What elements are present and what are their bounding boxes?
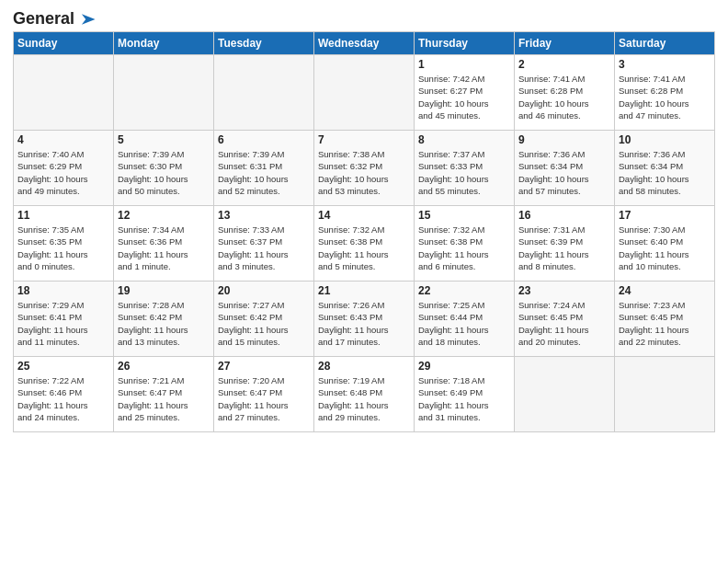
logo: General: [13, 9, 97, 26]
day-info: Sunrise: 7:32 AM Sunset: 6:38 PM Dayligh…: [318, 224, 410, 272]
weekday-header: Sunday: [14, 32, 114, 55]
day-info: Sunrise: 7:34 AM Sunset: 6:36 PM Dayligh…: [118, 224, 210, 272]
weekday-header: Wednesday: [314, 32, 415, 55]
day-info: Sunrise: 7:33 AM Sunset: 6:37 PM Dayligh…: [218, 224, 310, 272]
day-number: 1: [418, 58, 510, 71]
day-number: 24: [619, 284, 711, 297]
calendar-cell: 20Sunrise: 7:27 AM Sunset: 6:42 PM Dayli…: [214, 282, 314, 357]
day-number: 16: [518, 209, 610, 222]
day-number: 13: [218, 209, 310, 222]
day-number: 26: [118, 360, 210, 373]
calendar-week-row: 25Sunrise: 7:22 AM Sunset: 6:46 PM Dayli…: [14, 357, 715, 432]
svg-marker-0: [82, 14, 96, 25]
day-number: 12: [118, 209, 210, 222]
day-number: 19: [118, 284, 210, 297]
calendar-cell: 26Sunrise: 7:21 AM Sunset: 6:47 PM Dayli…: [114, 357, 214, 432]
calendar-cell: 15Sunrise: 7:32 AM Sunset: 6:38 PM Dayli…: [415, 206, 515, 282]
calendar-cell: 12Sunrise: 7:34 AM Sunset: 6:36 PM Dayli…: [114, 206, 214, 282]
day-number: 4: [17, 133, 109, 146]
calendar-cell: 24Sunrise: 7:23 AM Sunset: 6:45 PM Dayli…: [615, 282, 715, 357]
day-info: Sunrise: 7:35 AM Sunset: 6:35 PM Dayligh…: [17, 224, 109, 272]
day-info: Sunrise: 7:25 AM Sunset: 6:44 PM Dayligh…: [418, 299, 510, 348]
day-number: 27: [218, 360, 310, 373]
day-number: 2: [518, 58, 610, 71]
day-number: 25: [17, 360, 109, 373]
day-info: Sunrise: 7:31 AM Sunset: 6:39 PM Dayligh…: [518, 224, 610, 272]
weekday-header: Monday: [114, 32, 214, 55]
calendar-cell: [14, 55, 114, 131]
day-info: Sunrise: 7:19 AM Sunset: 6:48 PM Dayligh…: [318, 374, 410, 423]
calendar-cell: 22Sunrise: 7:25 AM Sunset: 6:44 PM Dayli…: [415, 282, 515, 357]
header-row: General: [13, 9, 715, 26]
calendar-week-row: 18Sunrise: 7:29 AM Sunset: 6:41 PM Dayli…: [14, 282, 715, 357]
day-info: Sunrise: 7:32 AM Sunset: 6:38 PM Dayligh…: [418, 224, 510, 272]
calendar-cell: 25Sunrise: 7:22 AM Sunset: 6:46 PM Dayli…: [14, 357, 114, 432]
day-info: Sunrise: 7:24 AM Sunset: 6:45 PM Dayligh…: [518, 299, 610, 348]
day-info: Sunrise: 7:28 AM Sunset: 6:42 PM Dayligh…: [118, 299, 210, 348]
day-number: 3: [619, 58, 711, 71]
day-number: 15: [418, 209, 510, 222]
calendar-header-row: SundayMondayTuesdayWednesdayThursdayFrid…: [14, 32, 715, 55]
weekday-header: Friday: [515, 32, 615, 55]
day-info: Sunrise: 7:41 AM Sunset: 6:28 PM Dayligh…: [518, 73, 610, 121]
day-number: 8: [418, 133, 510, 146]
calendar-cell: [314, 55, 415, 131]
day-number: 6: [218, 133, 310, 146]
calendar-cell: 11Sunrise: 7:35 AM Sunset: 6:35 PM Dayli…: [14, 206, 114, 282]
day-number: 21: [318, 284, 410, 297]
weekday-header: Thursday: [415, 32, 515, 55]
calendar-cell: 5Sunrise: 7:39 AM Sunset: 6:30 PM Daylig…: [114, 131, 214, 206]
calendar-cell: 23Sunrise: 7:24 AM Sunset: 6:45 PM Dayli…: [515, 282, 615, 357]
day-number: 5: [118, 133, 210, 146]
day-info: Sunrise: 7:18 AM Sunset: 6:49 PM Dayligh…: [418, 374, 510, 423]
calendar-cell: 9Sunrise: 7:36 AM Sunset: 6:34 PM Daylig…: [515, 131, 615, 206]
calendar-cell: 1Sunrise: 7:42 AM Sunset: 6:27 PM Daylig…: [415, 55, 515, 131]
day-info: Sunrise: 7:27 AM Sunset: 6:42 PM Dayligh…: [218, 299, 310, 348]
day-number: 17: [619, 209, 711, 222]
day-info: Sunrise: 7:37 AM Sunset: 6:33 PM Dayligh…: [418, 148, 510, 197]
page-container: General SundayMondayTuesdayWednesdayThur…: [0, 0, 728, 440]
day-info: Sunrise: 7:42 AM Sunset: 6:27 PM Dayligh…: [418, 73, 510, 121]
day-number: 22: [418, 284, 510, 297]
day-info: Sunrise: 7:41 AM Sunset: 6:28 PM Dayligh…: [619, 73, 711, 121]
calendar-cell: 8Sunrise: 7:37 AM Sunset: 6:33 PM Daylig…: [415, 131, 515, 206]
calendar-week-row: 11Sunrise: 7:35 AM Sunset: 6:35 PM Dayli…: [14, 206, 715, 282]
calendar-cell: 13Sunrise: 7:33 AM Sunset: 6:37 PM Dayli…: [214, 206, 314, 282]
day-number: 23: [518, 284, 610, 297]
day-info: Sunrise: 7:26 AM Sunset: 6:43 PM Dayligh…: [318, 299, 410, 348]
day-info: Sunrise: 7:23 AM Sunset: 6:45 PM Dayligh…: [619, 299, 711, 348]
logo-icon: [76, 9, 97, 29]
calendar-cell: 2Sunrise: 7:41 AM Sunset: 6:28 PM Daylig…: [515, 55, 615, 131]
day-number: 14: [318, 209, 410, 222]
logo-text: General: [13, 10, 74, 29]
day-info: Sunrise: 7:29 AM Sunset: 6:41 PM Dayligh…: [17, 299, 109, 348]
day-info: Sunrise: 7:39 AM Sunset: 6:31 PM Dayligh…: [218, 148, 310, 197]
day-info: Sunrise: 7:22 AM Sunset: 6:46 PM Dayligh…: [17, 374, 109, 423]
day-number: 9: [518, 133, 610, 146]
calendar-cell: 28Sunrise: 7:19 AM Sunset: 6:48 PM Dayli…: [314, 357, 415, 432]
calendar-cell: 19Sunrise: 7:28 AM Sunset: 6:42 PM Dayli…: [114, 282, 214, 357]
calendar-cell: 6Sunrise: 7:39 AM Sunset: 6:31 PM Daylig…: [214, 131, 314, 206]
calendar-cell: 10Sunrise: 7:36 AM Sunset: 6:34 PM Dayli…: [615, 131, 715, 206]
calendar-cell: 3Sunrise: 7:41 AM Sunset: 6:28 PM Daylig…: [615, 55, 715, 131]
weekday-header: Tuesday: [214, 32, 314, 55]
day-number: 11: [17, 209, 109, 222]
day-info: Sunrise: 7:40 AM Sunset: 6:29 PM Dayligh…: [17, 148, 109, 197]
calendar-cell: 17Sunrise: 7:30 AM Sunset: 6:40 PM Dayli…: [615, 206, 715, 282]
day-number: 29: [418, 360, 510, 373]
weekday-header: Saturday: [615, 32, 715, 55]
day-number: 20: [218, 284, 310, 297]
day-info: Sunrise: 7:30 AM Sunset: 6:40 PM Dayligh…: [619, 224, 711, 272]
calendar-cell: 27Sunrise: 7:20 AM Sunset: 6:47 PM Dayli…: [214, 357, 314, 432]
calendar-cell: 7Sunrise: 7:38 AM Sunset: 6:32 PM Daylig…: [314, 131, 415, 206]
day-number: 10: [619, 133, 711, 146]
calendar-week-row: 1Sunrise: 7:42 AM Sunset: 6:27 PM Daylig…: [14, 55, 715, 131]
day-number: 28: [318, 360, 410, 373]
calendar-cell: [615, 357, 715, 432]
calendar-cell: 4Sunrise: 7:40 AM Sunset: 6:29 PM Daylig…: [14, 131, 114, 206]
day-info: Sunrise: 7:20 AM Sunset: 6:47 PM Dayligh…: [218, 374, 310, 423]
day-number: 18: [17, 284, 109, 297]
calendar-week-row: 4Sunrise: 7:40 AM Sunset: 6:29 PM Daylig…: [14, 131, 715, 206]
day-info: Sunrise: 7:39 AM Sunset: 6:30 PM Dayligh…: [118, 148, 210, 197]
calendar-cell: [515, 357, 615, 432]
